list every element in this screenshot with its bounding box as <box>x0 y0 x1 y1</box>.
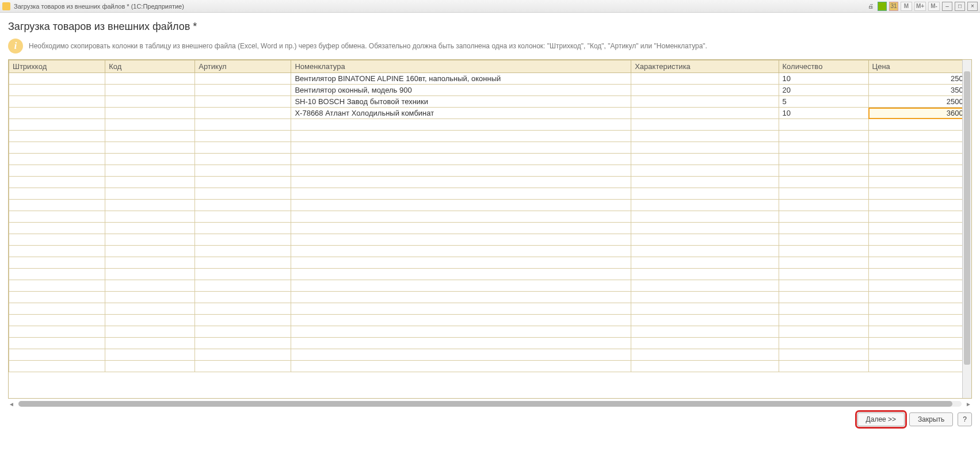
table-cell[interactable] <box>195 269 291 280</box>
table-cell[interactable] <box>868 292 971 303</box>
column-header[interactable]: Артикул <box>195 60 291 73</box>
table-cell[interactable] <box>631 119 779 131</box>
table-row[interactable] <box>9 303 971 315</box>
table-row[interactable] <box>9 211 971 223</box>
table-cell[interactable] <box>195 234 291 246</box>
table-row[interactable]: SH-10 BOSCH Завод бытовой техники525000 <box>9 96 971 108</box>
table-cell[interactable] <box>291 315 631 326</box>
table-cell[interactable] <box>105 292 195 303</box>
help-button[interactable]: ? <box>958 412 972 426</box>
table-cell[interactable] <box>631 177 779 188</box>
table-cell[interactable] <box>779 223 868 234</box>
table-cell[interactable] <box>105 361 195 372</box>
table-cell[interactable] <box>195 142 291 154</box>
table-cell[interactable] <box>105 131 195 142</box>
table-cell[interactable] <box>868 223 971 234</box>
table-row[interactable] <box>9 349 971 361</box>
table-cell[interactable] <box>105 142 195 154</box>
table-cell[interactable] <box>195 119 291 131</box>
table-cell[interactable] <box>868 246 971 257</box>
table-cell[interactable] <box>105 211 195 223</box>
table-cell[interactable] <box>631 165 779 177</box>
table-row[interactable] <box>9 246 971 257</box>
table-cell[interactable] <box>9 211 105 223</box>
table-cell[interactable] <box>291 246 631 257</box>
table-cell[interactable] <box>105 85 195 96</box>
table-cell[interactable] <box>105 188 195 200</box>
table-cell[interactable] <box>195 257 291 269</box>
table-cell[interactable]: 5 <box>779 96 868 108</box>
table-cell[interactable] <box>9 349 105 361</box>
table-cell[interactable] <box>868 188 971 200</box>
table-cell[interactable]: 10 <box>779 108 868 119</box>
table-cell[interactable] <box>9 223 105 234</box>
table-cell[interactable] <box>9 338 105 349</box>
table-cell[interactable] <box>9 165 105 177</box>
table-cell[interactable] <box>195 154 291 165</box>
table-cell[interactable] <box>631 211 779 223</box>
table-cell[interactable] <box>9 119 105 131</box>
table-cell[interactable]: X-78668 Атлант Холодильный комбинат <box>291 108 631 119</box>
table-row[interactable] <box>9 280 971 292</box>
table-cell[interactable]: 3500 <box>868 85 971 96</box>
table-row[interactable] <box>9 142 971 154</box>
table-cell[interactable] <box>291 326 631 338</box>
table-cell[interactable] <box>868 211 971 223</box>
table-cell[interactable] <box>779 154 868 165</box>
column-header[interactable]: Характеристика <box>631 60 779 73</box>
memory-m-button[interactable]: M <box>901 2 912 11</box>
table-cell[interactable] <box>195 326 291 338</box>
table-cell[interactable] <box>195 315 291 326</box>
table-row[interactable] <box>9 177 971 188</box>
horizontal-scrollbar[interactable]: ◄ ► <box>8 400 972 408</box>
table-cell[interactable] <box>105 269 195 280</box>
table-cell[interactable] <box>631 280 779 292</box>
table-row[interactable] <box>9 326 971 338</box>
table-cell[interactable] <box>631 142 779 154</box>
memory-m-plus-button[interactable]: M+ <box>914 2 926 11</box>
scroll-left-icon[interactable]: ◄ <box>8 400 15 407</box>
table-cell[interactable] <box>631 338 779 349</box>
table-cell[interactable] <box>9 96 105 108</box>
table-cell[interactable] <box>9 269 105 280</box>
table-body[interactable]: Вентилятор BINATONE ALPINE 160вт, наполь… <box>9 73 971 372</box>
table-cell[interactable] <box>631 234 779 246</box>
table-cell[interactable] <box>105 119 195 131</box>
table-cell[interactable] <box>195 280 291 292</box>
table-cell[interactable] <box>9 154 105 165</box>
table-cell[interactable] <box>631 292 779 303</box>
table-cell[interactable] <box>779 326 868 338</box>
table-cell[interactable] <box>291 349 631 361</box>
table-cell[interactable] <box>195 108 291 119</box>
table-cell[interactable] <box>105 280 195 292</box>
table-cell[interactable] <box>291 119 631 131</box>
table-cell[interactable] <box>9 131 105 142</box>
table-cell[interactable] <box>195 131 291 142</box>
table-cell[interactable] <box>105 154 195 165</box>
scroll-right-icon[interactable]: ► <box>965 400 972 407</box>
table-cell[interactable] <box>631 200 779 211</box>
table-cell[interactable] <box>868 154 971 165</box>
table-cell[interactable]: 25000 <box>868 96 971 108</box>
table-cell[interactable]: 36000 <box>868 108 971 119</box>
table-cell[interactable] <box>9 142 105 154</box>
table-cell[interactable] <box>631 223 779 234</box>
table-cell[interactable] <box>195 165 291 177</box>
table-cell[interactable] <box>631 154 779 165</box>
table-cell[interactable] <box>868 269 971 280</box>
table-cell[interactable] <box>779 257 868 269</box>
table-cell[interactable] <box>291 303 631 315</box>
table-cell[interactable] <box>105 108 195 119</box>
calendar-icon[interactable]: 31 <box>889 2 898 11</box>
table-cell[interactable] <box>631 246 779 257</box>
table-cell[interactable] <box>779 303 868 315</box>
table-cell[interactable] <box>631 303 779 315</box>
table-cell[interactable] <box>9 234 105 246</box>
table-cell[interactable] <box>291 292 631 303</box>
table-cell[interactable] <box>631 269 779 280</box>
table-cell[interactable] <box>195 211 291 223</box>
table-row[interactable] <box>9 165 971 177</box>
table-cell[interactable] <box>291 223 631 234</box>
table-cell[interactable] <box>291 188 631 200</box>
table-cell[interactable] <box>291 142 631 154</box>
